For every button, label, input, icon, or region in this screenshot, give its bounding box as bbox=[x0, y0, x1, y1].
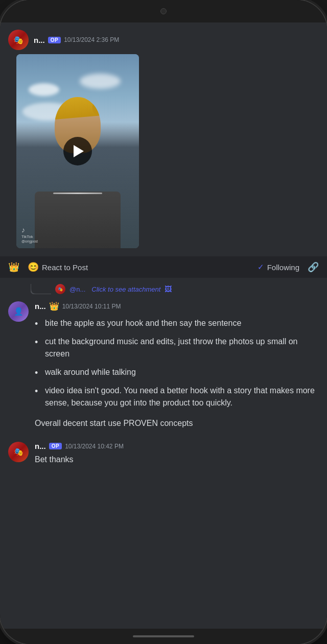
reply-avatar: 🎭 bbox=[55, 284, 65, 294]
bullet-4: video idea isn't good. You need a better… bbox=[35, 381, 319, 412]
necklace bbox=[53, 193, 102, 194]
tiktok-credit: @origpost bbox=[21, 240, 38, 243]
screen: 🎭 n... OP 10/13/2024 2:36 PM bbox=[0, 22, 327, 629]
action-bar: 👑 😊 React to Post ✓ Following 🔗 bbox=[0, 256, 327, 278]
comment1-body: n... 👑 10/13/2024 10:11 PM bite the appl… bbox=[35, 301, 319, 432]
comment1-crown-icon: 👑 bbox=[49, 301, 59, 311]
reply-reference: 🎭 @n... Click to see attachment 🖼 bbox=[0, 282, 327, 296]
comment1-timestamp: 10/13/2024 10:11 PM bbox=[62, 303, 121, 310]
phone-top-bar bbox=[0, 0, 327, 22]
react-emoji-icon: 😊 bbox=[28, 261, 39, 273]
reply-curve-icon bbox=[31, 284, 51, 294]
home-indicator[interactable] bbox=[133, 635, 194, 637]
comment-2: 🎭 n... OP 10/13/2024 10:42 PM Bet thanks bbox=[0, 439, 327, 469]
comment2-op-badge: OP bbox=[49, 443, 62, 449]
tiktok-icon: ♪ bbox=[21, 226, 38, 234]
overall-text: Overall decent start use PROVEN concepts bbox=[35, 412, 319, 432]
bullet-1: bite the apple as your hook and then say… bbox=[35, 314, 319, 332]
video-thumbnail[interactable]: ♪ TikTok @origpost bbox=[16, 54, 139, 248]
attachment-img-icon: 🖼 bbox=[165, 285, 172, 293]
play-button[interactable] bbox=[63, 137, 92, 165]
comment2-text: Bet thanks bbox=[35, 454, 319, 466]
video-wrapper: ♪ TikTok @origpost bbox=[0, 54, 327, 252]
tiktok-label: TikTok bbox=[21, 234, 38, 239]
comment1-username[interactable]: n... bbox=[35, 302, 46, 311]
comment1-avatar[interactable]: 👤 bbox=[8, 301, 29, 322]
cloud1 bbox=[29, 83, 59, 96]
following-button[interactable]: ✓ Following bbox=[258, 263, 299, 272]
post-header: 🎭 n... OP 10/13/2024 2:36 PM bbox=[0, 22, 327, 54]
crown-icon: 👑 bbox=[8, 261, 19, 273]
front-camera bbox=[160, 8, 167, 14]
shirt bbox=[35, 192, 121, 248]
comments-area: 🎭 @n... Click to see attachment 🖼 👤 n...… bbox=[0, 278, 327, 488]
comment-1: 👤 n... 👑 10/13/2024 10:11 PM bite the ap… bbox=[0, 298, 327, 435]
react-to-post-button[interactable]: 😊 React to Post bbox=[28, 261, 88, 273]
react-label: React to Post bbox=[42, 263, 88, 272]
comment2-body: n... OP 10/13/2024 10:42 PM Bet thanks bbox=[35, 442, 319, 466]
comment2-username[interactable]: n... bbox=[35, 442, 46, 450]
phone-bottom-bar bbox=[0, 629, 327, 644]
comment2-header: n... OP 10/13/2024 10:42 PM bbox=[35, 442, 319, 450]
play-icon bbox=[74, 145, 84, 157]
following-label: Following bbox=[267, 263, 299, 272]
phone-shell: 🎭 n... OP 10/13/2024 2:36 PM bbox=[0, 0, 327, 644]
comment2-timestamp: 10/13/2024 10:42 PM bbox=[65, 443, 124, 450]
op-badge: OP bbox=[48, 37, 61, 43]
post-author-avatar[interactable]: 🎭 bbox=[8, 30, 29, 50]
comment1-bullet-list: bite the apple as your hook and then say… bbox=[35, 314, 319, 412]
comment2-avatar[interactable]: 🎭 bbox=[8, 442, 29, 462]
post-author-username[interactable]: n... bbox=[34, 36, 45, 44]
link-icon[interactable]: 🔗 bbox=[308, 261, 319, 273]
bullet-2: cut the background music and edits, just… bbox=[35, 332, 319, 363]
check-icon: ✓ bbox=[258, 263, 264, 272]
post-meta: n... OP 10/13/2024 2:36 PM bbox=[34, 36, 119, 44]
post-timestamp: 10/13/2024 2:36 PM bbox=[64, 36, 119, 43]
comment1-header: n... 👑 10/13/2024 10:11 PM bbox=[35, 301, 319, 311]
bullet-3: walk around while talking bbox=[35, 363, 319, 381]
tiktok-watermark: ♪ TikTok @origpost bbox=[21, 226, 38, 243]
reply-attachment-text[interactable]: Click to see attachment bbox=[91, 285, 160, 293]
cloud2 bbox=[80, 74, 121, 89]
reply-mention[interactable]: @n... bbox=[69, 285, 85, 293]
